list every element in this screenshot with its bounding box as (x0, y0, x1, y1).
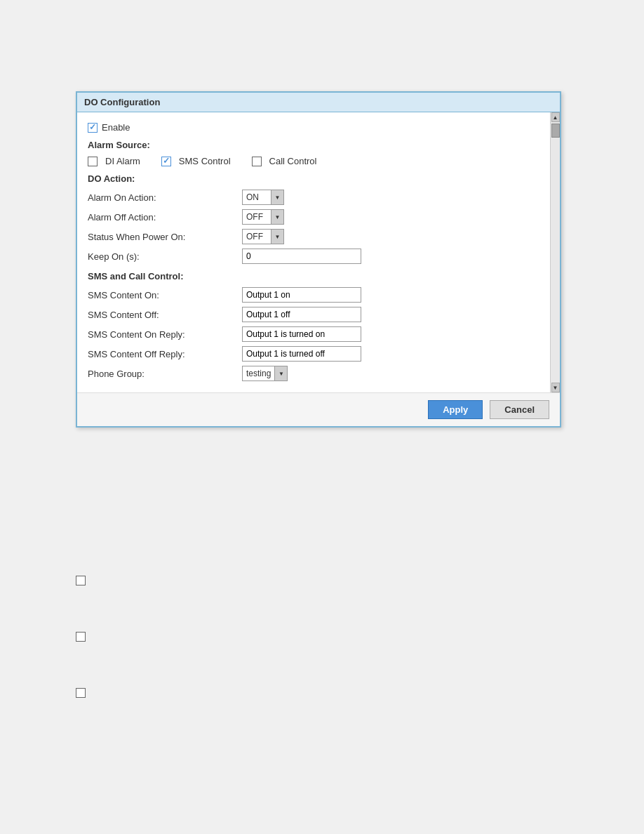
phone-group-row: Phone Group: testing ▼ (88, 366, 539, 381)
bottom-checkbox-3[interactable] (76, 688, 90, 700)
dialog-scrollbar[interactable]: ▲ ▼ (550, 112, 560, 392)
alarm-source-header: Alarm Source: (88, 140, 539, 150)
sms-control-text: SMS Control (179, 156, 231, 166)
sms-section-header: SMS and Call Control: (88, 271, 539, 282)
bottom-checkbox-1-box[interactable] (76, 576, 86, 585)
status-power-value: OFF (243, 230, 271, 244)
cancel-button[interactable]: Cancel (490, 400, 549, 419)
status-power-row: Status When Power On: OFF ▼ (88, 229, 539, 244)
alarm-on-dropdown-arrow[interactable]: ▼ (271, 190, 283, 204)
bottom-checkbox-2-box[interactable] (76, 632, 86, 642)
sms-content-on-input[interactable] (242, 287, 361, 303)
phone-group-dropdown-arrow[interactable]: ▼ (274, 366, 287, 380)
dialog-content: Enable Alarm Source: DI Alarm SMS Contro… (77, 112, 550, 392)
sms-content-off-reply-row: SMS Content Off Reply: (88, 346, 539, 362)
sms-content-on-reply-input[interactable] (242, 326, 361, 342)
status-power-label: Status When Power On: (88, 232, 242, 242)
alarm-off-value: OFF (243, 210, 271, 224)
bottom-checkbox-1[interactable] (76, 576, 90, 588)
sms-content-off-input[interactable] (242, 307, 361, 322)
sms-content-off-reply-input[interactable] (242, 346, 361, 362)
bottom-checkbox-2[interactable] (76, 632, 90, 644)
alarm-off-row: Alarm Off Action: OFF ▼ (88, 209, 539, 225)
sms-content-off-reply-label: SMS Content Off Reply: (88, 349, 242, 359)
sms-control-checkbox[interactable] (161, 157, 171, 166)
sms-content-off-row: SMS Content Off: (88, 307, 539, 322)
dialog-scrollbar-area: Enable Alarm Source: DI Alarm SMS Contro… (77, 112, 560, 392)
keep-on-label: Keep On (s): (88, 251, 242, 262)
dialog-footer: Apply Cancel (77, 392, 560, 426)
sms-section: SMS and Call Control: SMS Content On: SM… (88, 271, 539, 381)
alarm-off-dropdown-arrow[interactable]: ▼ (271, 210, 283, 224)
scrollbar-down-arrow[interactable]: ▼ (551, 383, 560, 392)
page-container: manualshive.com DO Configuration Enable … (0, 0, 644, 834)
enable-checkbox[interactable] (88, 123, 98, 133)
alarm-on-select[interactable]: ON ▼ (242, 190, 284, 205)
di-alarm-checkbox[interactable] (88, 157, 98, 166)
alarm-on-value: ON (243, 190, 271, 204)
alarm-on-row: Alarm On Action: ON ▼ (88, 190, 539, 205)
do-configuration-dialog: DO Configuration Enable Alarm Source: DI… (76, 91, 561, 428)
sms-content-on-reply-row: SMS Content On Reply: (88, 326, 539, 342)
do-action-header: DO Action: (88, 173, 539, 184)
sms-control-label[interactable]: SMS Control (161, 156, 231, 166)
sms-content-on-label: SMS Content On: (88, 290, 242, 300)
keep-on-row: Keep On (s): 0 (88, 249, 539, 264)
do-action-section: DO Action: Alarm On Action: ON ▼ Alarm O… (88, 173, 539, 264)
sms-content-off-label: SMS Content Off: (88, 310, 242, 320)
phone-group-label: Phone Group: (88, 369, 242, 379)
scrollbar-thumb[interactable] (551, 124, 560, 138)
dialog-title: DO Configuration (84, 97, 160, 107)
alarm-off-label: Alarm Off Action: (88, 212, 242, 223)
bottom-checkbox-3-box[interactable] (76, 688, 86, 698)
di-alarm-label[interactable]: DI Alarm (88, 156, 140, 166)
alarm-source-row: DI Alarm SMS Control Call Control (88, 156, 539, 166)
status-power-dropdown-arrow[interactable]: ▼ (271, 230, 283, 244)
status-power-select[interactable]: OFF ▼ (242, 229, 284, 244)
enable-label: Enable (102, 122, 130, 133)
keep-on-input[interactable]: 0 (242, 249, 361, 264)
sms-content-on-reply-label: SMS Content On Reply: (88, 329, 242, 340)
dialog-title-bar: DO Configuration (77, 93, 560, 112)
call-control-checkbox[interactable] (252, 157, 262, 166)
scrollbar-up-arrow[interactable]: ▲ (551, 112, 560, 122)
apply-button[interactable]: Apply (428, 400, 483, 419)
sms-content-on-row: SMS Content On: (88, 287, 539, 303)
di-alarm-text: DI Alarm (105, 156, 140, 166)
alarm-off-select[interactable]: OFF ▼ (242, 209, 284, 225)
phone-group-select[interactable]: testing ▼ (242, 366, 288, 381)
phone-group-value: testing (243, 366, 274, 380)
enable-row: Enable (88, 122, 539, 133)
alarm-on-label: Alarm On Action: (88, 192, 242, 203)
call-control-text: Call Control (269, 156, 317, 166)
call-control-label[interactable]: Call Control (252, 156, 317, 166)
